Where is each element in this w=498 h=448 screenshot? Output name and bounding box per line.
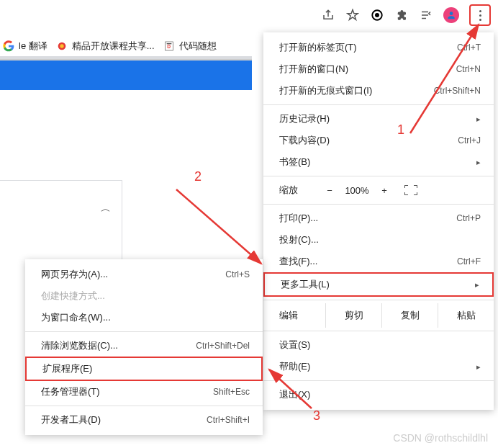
submenu-create-shortcut: 创建快捷方式... bbox=[25, 285, 263, 307]
google-icon bbox=[3, 40, 14, 52]
profile-avatar[interactable] bbox=[443, 7, 459, 23]
record-icon[interactable] bbox=[370, 8, 384, 22]
menu-print[interactable]: 打印(P)...Ctrl+P bbox=[263, 207, 494, 229]
svg-point-3 bbox=[60, 44, 63, 48]
menu-new-incognito[interactable]: 打开新的无痕式窗口(I)Ctrl+Shift+N bbox=[263, 80, 494, 102]
reading-list-icon[interactable] bbox=[419, 8, 433, 22]
annotation-3: 3 bbox=[313, 408, 320, 424]
separator bbox=[263, 104, 494, 105]
menu-new-window[interactable]: 打开新的窗口(N)Ctrl+N bbox=[263, 58, 494, 80]
submenu-task-manager[interactable]: 任务管理器(T)Shift+Esc bbox=[25, 381, 263, 403]
submenu-name-window[interactable]: 为窗口命名(W)... bbox=[25, 307, 263, 328]
watermark: CSDN @rothschildlhl bbox=[393, 432, 488, 444]
bookmark-label: 精品开放课程共享... bbox=[72, 40, 155, 53]
menu-zoom-row: 缩放 − 100% + bbox=[263, 179, 494, 201]
menu-help[interactable]: 帮助(E) bbox=[263, 356, 494, 377]
share-icon[interactable] bbox=[321, 8, 335, 22]
separator bbox=[25, 406, 263, 406]
submenu-save-as[interactable]: 网页另存为(A)...Ctrl+S bbox=[25, 264, 263, 285]
svg-text:D: D bbox=[167, 44, 171, 49]
menu-edit-row: 编辑 剪切 复制 粘贴 bbox=[263, 303, 494, 328]
menu-settings[interactable]: 设置(S) bbox=[263, 334, 494, 356]
doc-icon: D bbox=[163, 40, 175, 52]
chevron-up-icon[interactable]: ︿ bbox=[101, 202, 111, 215]
bookmark-label: le 翻译 bbox=[19, 40, 47, 53]
menu-exit[interactable]: 退出(X) bbox=[263, 384, 494, 406]
svg-point-1 bbox=[375, 13, 379, 17]
zoom-out-button[interactable]: − bbox=[320, 185, 340, 196]
more-tools-submenu: 网页另存为(A)...Ctrl+S 创建快捷方式... 为窗口命名(W)... … bbox=[25, 259, 263, 435]
separator bbox=[263, 204, 494, 205]
zoom-value: 100% bbox=[340, 185, 374, 196]
extension-icon[interactable] bbox=[394, 8, 409, 22]
bookmark-course[interactable]: 精品开放课程共享... bbox=[56, 40, 155, 53]
annotation-2: 2 bbox=[194, 169, 202, 184]
menu-history[interactable]: 历史记录(H) bbox=[263, 108, 494, 130]
zoom-in-button[interactable]: + bbox=[374, 185, 394, 196]
separator bbox=[25, 331, 263, 332]
menu-new-tab[interactable]: 打开新的标签页(T)Ctrl+T bbox=[263, 37, 494, 58]
separator bbox=[263, 331, 494, 331]
copy-button[interactable]: 复制 bbox=[381, 303, 438, 328]
menu-find[interactable]: 查找(F)...Ctrl+F bbox=[263, 251, 494, 272]
chrome-main-menu: 打开新的标签页(T)Ctrl+T 打开新的窗口(N)Ctrl+N 打开新的无痕式… bbox=[263, 32, 494, 410]
svg-line-8 bbox=[176, 189, 261, 264]
browser-toolbar bbox=[321, 4, 491, 26]
paste-button[interactable]: 粘贴 bbox=[438, 303, 494, 328]
bookmark-code[interactable]: D 代码随想 bbox=[163, 40, 217, 53]
zoom-label: 缩放 bbox=[279, 184, 298, 197]
fullscreen-icon[interactable] bbox=[404, 185, 417, 195]
bookmark-translate[interactable]: le 翻译 bbox=[3, 40, 47, 53]
kebab-menu-button[interactable] bbox=[469, 4, 491, 26]
separator bbox=[263, 176, 494, 176]
bookmarks-bar: le 翻译 精品开放课程共享... D 代码随想 bbox=[0, 40, 217, 53]
menu-downloads[interactable]: 下载内容(D)Ctrl+J bbox=[263, 130, 494, 151]
separator bbox=[263, 300, 494, 300]
bookmark-label: 代码随想 bbox=[179, 40, 217, 53]
separator bbox=[263, 380, 494, 381]
cut-button[interactable]: 剪切 bbox=[325, 303, 381, 328]
submenu-dev-tools[interactable]: 开发者工具(D)Ctrl+Shift+I bbox=[25, 409, 263, 431]
submenu-extensions[interactable]: 扩展程序(E) bbox=[25, 357, 263, 381]
menu-bookmarks[interactable]: 书签(B) bbox=[263, 151, 494, 173]
submenu-clear-data[interactable]: 清除浏览数据(C)...Ctrl+Shift+Del bbox=[25, 335, 263, 357]
course-icon bbox=[56, 40, 68, 52]
menu-more-tools[interactable]: 更多工具(L) bbox=[263, 272, 494, 297]
star-icon[interactable] bbox=[345, 8, 360, 22]
menu-cast[interactable]: 投射(C)... bbox=[263, 229, 494, 251]
page-header-strip bbox=[0, 59, 252, 90]
edit-label: 编辑 bbox=[263, 303, 325, 328]
